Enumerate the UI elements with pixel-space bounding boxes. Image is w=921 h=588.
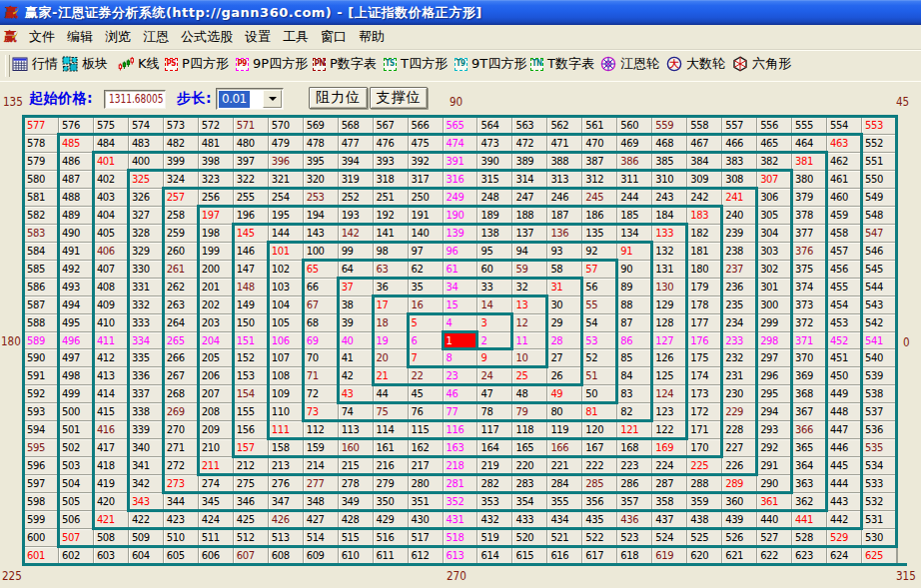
grid-cell-274: 274	[199, 475, 233, 492]
menu-item-9[interactable]: 帮助	[357, 27, 387, 47]
menu-item-8[interactable]: 窗口	[319, 27, 349, 47]
grid-cell-110: 110	[269, 403, 303, 420]
grid-cell-467: 467	[687, 135, 721, 152]
menu-item-7[interactable]: 工具	[281, 27, 311, 47]
grid-cell-506: 506	[59, 511, 93, 528]
menu-item-2[interactable]: 编辑	[65, 27, 95, 47]
toolbar-button-p-number-table[interactable]: PNP数字表	[313, 51, 377, 77]
toolbar-button-t-square[interactable]: TST四方形	[384, 51, 448, 77]
grid-cell-374: 374	[792, 279, 826, 295]
grid-cell-71: 71	[304, 367, 338, 384]
grid-cell-248: 248	[477, 189, 511, 206]
grid-cell-503: 503	[59, 457, 93, 474]
grid-cell-196: 196	[234, 207, 268, 224]
grid-cell-94: 94	[512, 243, 546, 260]
grid-cell-586: 586	[24, 279, 58, 295]
grid-cell-462: 462	[827, 153, 861, 170]
grid-cell-387: 387	[582, 153, 616, 170]
toolbar-label: 江恩轮	[620, 55, 659, 73]
grid-cell-230: 230	[722, 385, 756, 402]
start-price-value: 1311.68005	[109, 91, 163, 107]
grid-cell-122: 122	[652, 421, 686, 438]
toolbar-button-gann-wheel[interactable]: 江恩轮	[600, 51, 659, 77]
toolbar-button-sectors[interactable]: 板块	[62, 51, 108, 77]
support-button[interactable]: 支撑位	[370, 87, 428, 109]
toolbar-button-9p-square[interactable]: P99P四方形	[236, 51, 308, 77]
toolbar-button-p-square[interactable]: PSP四方形	[165, 51, 229, 77]
grid-cell-476: 476	[374, 135, 408, 152]
grid-cell-252: 252	[339, 189, 373, 206]
grid-cell-322: 322	[234, 171, 268, 188]
grid-cell-28: 28	[547, 332, 581, 349]
grid-cell-592: 592	[24, 385, 58, 402]
grid-cell-152: 152	[234, 349, 268, 366]
grid-cell-25: 25	[512, 367, 546, 384]
gann-grid-cells: 5775765755745735725715705695685675665655…	[24, 117, 896, 564]
grid-cell-534: 534	[862, 457, 896, 474]
grid-cell-414: 414	[94, 385, 128, 402]
grid-cell-536: 536	[862, 421, 896, 438]
grid-cell-203: 203	[199, 314, 233, 331]
toolbar-label: P数字表	[330, 55, 377, 73]
blocks-icon	[62, 56, 78, 72]
toolbar-gripper[interactable]	[5, 55, 10, 77]
grid-cell-389: 389	[512, 153, 546, 170]
menu-app-icon[interactable]: 赢	[3, 29, 19, 45]
grid-cell-53: 53	[582, 332, 616, 349]
grid-cell-538: 538	[862, 385, 896, 402]
start-price-input[interactable]: 1311.68005	[104, 90, 166, 109]
grid-cell-378: 378	[792, 207, 826, 224]
grid-cell-249: 249	[444, 189, 477, 206]
toolbar-label: T数字表	[547, 55, 594, 73]
grid-cell-43: 43	[339, 385, 373, 402]
grid-cell-165: 165	[512, 439, 546, 456]
toolbar-button-big-number-wheel[interactable]: 大大数轮	[666, 51, 725, 77]
grid-cell-269: 269	[164, 403, 198, 420]
grid-cell-128: 128	[652, 314, 686, 331]
step-combobox[interactable]: 0.01	[216, 88, 284, 110]
grid-cell-61: 61	[444, 261, 477, 278]
menu-item-6[interactable]: 设置	[243, 27, 273, 47]
grid-cell-349: 349	[339, 493, 373, 510]
grid-cell-253: 253	[304, 189, 338, 206]
toolbar-button-kline[interactable]: K线	[118, 51, 160, 77]
menu-item-3[interactable]: 浏览	[103, 27, 133, 47]
grid-cell-386: 386	[617, 153, 651, 170]
grid-cell-222: 222	[582, 457, 616, 474]
toolbar-button-t-number-table[interactable]: TNT数字表	[530, 51, 594, 77]
grid-cell-405: 405	[94, 225, 128, 242]
grid-cell-471: 471	[547, 135, 581, 152]
grid-cell-499: 499	[59, 385, 93, 402]
menu-item-5[interactable]: 公式选股	[179, 27, 235, 47]
grid-cell-67: 67	[304, 296, 338, 313]
toolbar-button-hexagon[interactable]: 六角形	[732, 51, 791, 77]
grid-cell-453: 453	[827, 314, 861, 331]
grid-cell-55: 55	[582, 296, 616, 313]
grid-cell-272: 272	[164, 457, 198, 474]
grid-cell-517: 517	[409, 529, 443, 546]
grid-cell-216: 216	[374, 457, 408, 474]
grid-cell-292: 292	[757, 439, 791, 456]
combo-dropdown-button[interactable]	[263, 90, 282, 108]
menu-item-4[interactable]: 江恩	[141, 27, 171, 47]
toolbar-button-9t-square[interactable]: T99T四方形	[455, 51, 526, 77]
grid-cell-376: 376	[792, 243, 826, 260]
t-square-icon: TS	[384, 58, 397, 71]
start-price-label: 起始价格:	[29, 90, 93, 108]
resistance-button[interactable]: 阻力位	[309, 87, 368, 109]
grid-cell-193: 193	[339, 207, 373, 224]
grid-cell-521: 521	[547, 529, 581, 546]
grid-cell-234: 234	[722, 314, 756, 331]
grid-cell-385: 385	[652, 153, 686, 170]
grid-cell-90: 90	[617, 261, 651, 278]
grid-cell-255: 255	[234, 189, 268, 206]
grid-cell-479: 479	[269, 135, 303, 152]
grid-cell-149: 149	[234, 296, 268, 313]
grid-cell-176: 176	[687, 332, 721, 349]
menu-item-1[interactable]: 文件	[27, 27, 57, 47]
toolbar-button-quotes[interactable]: 行情	[12, 51, 58, 77]
grid-cell-461: 461	[827, 171, 861, 188]
grid-cell-485: 485	[59, 135, 93, 152]
grid-cell-54: 54	[582, 314, 616, 331]
grid-cell-133: 133	[652, 225, 686, 242]
